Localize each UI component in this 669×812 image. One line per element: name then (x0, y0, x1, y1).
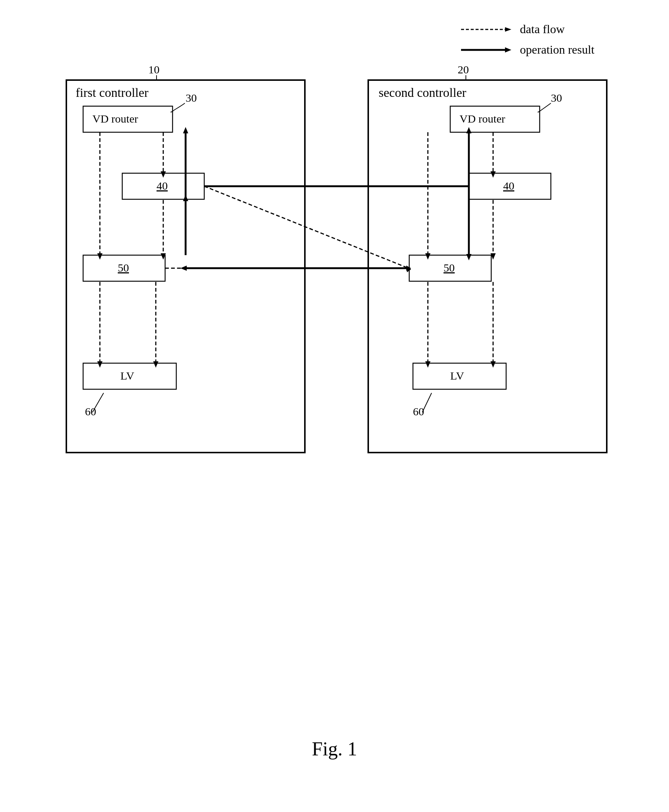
svg-text:LV: LV (450, 369, 464, 382)
page: data flow operation result first control… (0, 0, 669, 812)
legend-operation-result: operation result (461, 43, 595, 57)
svg-text:50: 50 (118, 262, 129, 274)
svg-text:40: 40 (156, 180, 168, 192)
operation-result-label: operation result (520, 43, 595, 57)
svg-text:second controller: second controller (379, 86, 467, 99)
svg-text:20: 20 (458, 63, 469, 75)
legend-data-flow: data flow (461, 22, 595, 36)
legend: data flow operation result (461, 22, 595, 57)
data-flow-label: data flow (520, 22, 565, 36)
svg-text:30: 30 (186, 92, 197, 104)
svg-marker-1 (505, 27, 511, 32)
figure-caption: Fig. 1 (312, 738, 357, 760)
svg-text:60: 60 (85, 405, 96, 418)
svg-text:VD router: VD router (92, 112, 138, 125)
svg-text:first controller: first controller (76, 86, 149, 99)
svg-text:10: 10 (148, 63, 160, 75)
svg-text:LV: LV (120, 369, 134, 382)
svg-marker-3 (505, 47, 511, 52)
svg-text:VD router: VD router (459, 112, 505, 125)
svg-text:50: 50 (444, 262, 455, 274)
svg-text:40: 40 (503, 180, 514, 192)
diagram-svg: first controller 10 VD router 30 40 50 L… (55, 58, 614, 527)
svg-text:30: 30 (551, 92, 562, 104)
data-flow-arrow-icon (461, 26, 513, 33)
operation-result-arrow-icon (461, 46, 513, 54)
